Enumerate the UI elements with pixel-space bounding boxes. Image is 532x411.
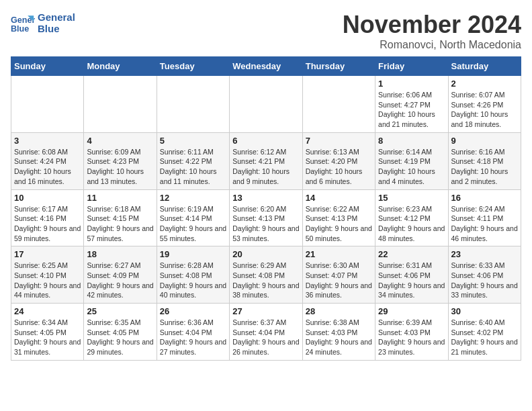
day-info: Sunrise: 6:27 AMSunset: 4:09 PMDaylight:… [87,261,153,300]
day-cell [302,76,375,133]
weekday-header-saturday: Saturday [448,57,521,76]
day-number: 26 [160,306,226,316]
day-cell: 20Sunrise: 6:29 AMSunset: 4:08 PMDayligh… [230,246,302,304]
day-info: Sunrise: 6:23 AMSunset: 4:12 PMDaylight:… [378,204,445,244]
day-number: 2 [451,79,518,89]
day-cell: 1Sunrise: 6:06 AMSunset: 4:27 PMDaylight… [375,76,448,133]
logo-icon: General Blue [11,11,35,35]
weekday-header-tuesday: Tuesday [157,57,229,76]
day-cell: 22Sunrise: 6:31 AMSunset: 4:06 PMDayligh… [375,246,448,304]
day-number: 27 [232,306,299,316]
day-number: 12 [160,193,226,203]
header: General Blue General Blue November 2024 … [11,11,521,51]
day-number: 20 [232,249,299,259]
week-row-0: 1Sunrise: 6:06 AMSunset: 4:27 PMDaylight… [11,76,521,133]
day-number: 15 [378,193,445,203]
day-cell: 10Sunrise: 6:17 AMSunset: 4:16 PMDayligh… [11,189,84,246]
day-cell: 25Sunrise: 6:35 AMSunset: 4:05 PMDayligh… [84,304,157,361]
day-cell: 5Sunrise: 6:11 AMSunset: 4:22 PMDaylight… [157,132,229,189]
day-cell: 4Sunrise: 6:09 AMSunset: 4:23 PMDaylight… [84,132,157,189]
day-number: 1 [378,79,445,89]
day-cell: 8Sunrise: 6:14 AMSunset: 4:19 PMDaylight… [375,132,448,189]
day-number: 14 [306,193,372,203]
svg-text:Blue: Blue [11,24,29,34]
day-number: 30 [451,306,518,316]
day-info: Sunrise: 6:06 AMSunset: 4:27 PMDaylight:… [378,90,445,130]
day-cell: 27Sunrise: 6:37 AMSunset: 4:04 PMDayligh… [230,304,302,361]
day-number: 29 [378,306,445,316]
calendar-title: November 2024 [343,11,521,39]
day-number: 25 [87,306,153,316]
day-cell [157,76,229,133]
day-number: 18 [87,249,153,259]
day-number: 16 [451,193,518,203]
weekday-header-friday: Friday [375,57,448,76]
day-cell: 18Sunrise: 6:27 AMSunset: 4:09 PMDayligh… [84,246,157,304]
day-info: Sunrise: 6:19 AMSunset: 4:14 PMDaylight:… [160,204,226,244]
weekday-header-sunday: Sunday [11,57,84,76]
day-cell: 29Sunrise: 6:39 AMSunset: 4:03 PMDayligh… [375,304,448,361]
day-info: Sunrise: 6:18 AMSunset: 4:15 PMDaylight:… [87,204,153,244]
title-area: November 2024 Romanovci, North Macedonia [343,11,521,51]
logo: General Blue General Blue [11,11,75,35]
weekday-header-monday: Monday [84,57,157,76]
day-info: Sunrise: 6:09 AMSunset: 4:23 PMDaylight:… [87,147,153,187]
day-number: 5 [160,136,226,146]
day-number: 23 [451,249,518,259]
day-cell [11,76,84,133]
day-cell: 19Sunrise: 6:28 AMSunset: 4:08 PMDayligh… [157,246,229,304]
day-cell: 2Sunrise: 6:07 AMSunset: 4:26 PMDaylight… [448,76,521,133]
day-info: Sunrise: 6:40 AMSunset: 4:02 PMDaylight:… [451,318,518,357]
day-number: 28 [306,306,372,316]
day-number: 13 [232,193,299,203]
day-info: Sunrise: 6:38 AMSunset: 4:03 PMDaylight:… [306,318,372,357]
day-number: 3 [14,136,81,146]
day-number: 7 [306,136,372,146]
day-info: Sunrise: 6:22 AMSunset: 4:13 PMDaylight:… [306,204,372,244]
day-cell: 30Sunrise: 6:40 AMSunset: 4:02 PMDayligh… [448,304,521,361]
calendar-subtitle: Romanovci, North Macedonia [343,39,521,51]
day-cell: 12Sunrise: 6:19 AMSunset: 4:14 PMDayligh… [157,189,229,246]
logo-blue: Blue [38,23,75,34]
day-number: 9 [451,136,518,146]
day-info: Sunrise: 6:36 AMSunset: 4:04 PMDaylight:… [160,318,226,357]
week-row-2: 10Sunrise: 6:17 AMSunset: 4:16 PMDayligh… [11,189,521,246]
day-info: Sunrise: 6:33 AMSunset: 4:06 PMDaylight:… [451,261,518,300]
day-cell: 3Sunrise: 6:08 AMSunset: 4:24 PMDaylight… [11,132,84,189]
logo-general: General [38,11,75,23]
day-info: Sunrise: 6:37 AMSunset: 4:04 PMDaylight:… [232,318,299,357]
day-cell: 14Sunrise: 6:22 AMSunset: 4:13 PMDayligh… [302,189,375,246]
day-number: 19 [160,249,226,259]
calendar-table: SundayMondayTuesdayWednesdayThursdayFrid… [11,56,521,361]
day-info: Sunrise: 6:24 AMSunset: 4:11 PMDaylight:… [451,204,518,244]
day-info: Sunrise: 6:39 AMSunset: 4:03 PMDaylight:… [378,318,445,357]
day-cell: 9Sunrise: 6:16 AMSunset: 4:18 PMDaylight… [448,132,521,189]
day-cell [230,76,302,133]
day-cell: 17Sunrise: 6:25 AMSunset: 4:10 PMDayligh… [11,246,84,304]
day-info: Sunrise: 6:25 AMSunset: 4:10 PMDaylight:… [14,261,81,300]
day-info: Sunrise: 6:14 AMSunset: 4:19 PMDaylight:… [378,147,445,187]
day-info: Sunrise: 6:08 AMSunset: 4:24 PMDaylight:… [14,147,81,187]
day-info: Sunrise: 6:34 AMSunset: 4:05 PMDaylight:… [14,318,81,357]
day-info: Sunrise: 6:11 AMSunset: 4:22 PMDaylight:… [160,147,226,187]
day-info: Sunrise: 6:07 AMSunset: 4:26 PMDaylight:… [451,90,518,130]
day-number: 11 [87,193,153,203]
day-cell: 11Sunrise: 6:18 AMSunset: 4:15 PMDayligh… [84,189,157,246]
week-row-3: 17Sunrise: 6:25 AMSunset: 4:10 PMDayligh… [11,246,521,304]
day-cell: 15Sunrise: 6:23 AMSunset: 4:12 PMDayligh… [375,189,448,246]
day-info: Sunrise: 6:20 AMSunset: 4:13 PMDaylight:… [232,204,299,244]
weekday-header-row: SundayMondayTuesdayWednesdayThursdayFrid… [11,57,521,76]
day-number: 10 [14,193,81,203]
day-number: 17 [14,249,81,259]
day-info: Sunrise: 6:31 AMSunset: 4:06 PMDaylight:… [378,261,445,300]
weekday-header-wednesday: Wednesday [230,57,302,76]
day-cell: 21Sunrise: 6:30 AMSunset: 4:07 PMDayligh… [302,246,375,304]
weekday-header-thursday: Thursday [302,57,375,76]
day-number: 22 [378,249,445,259]
day-cell: 28Sunrise: 6:38 AMSunset: 4:03 PMDayligh… [302,304,375,361]
day-number: 4 [87,136,153,146]
day-number: 21 [306,249,372,259]
day-cell: 13Sunrise: 6:20 AMSunset: 4:13 PMDayligh… [230,189,302,246]
day-cell: 24Sunrise: 6:34 AMSunset: 4:05 PMDayligh… [11,304,84,361]
day-cell: 16Sunrise: 6:24 AMSunset: 4:11 PMDayligh… [448,189,521,246]
